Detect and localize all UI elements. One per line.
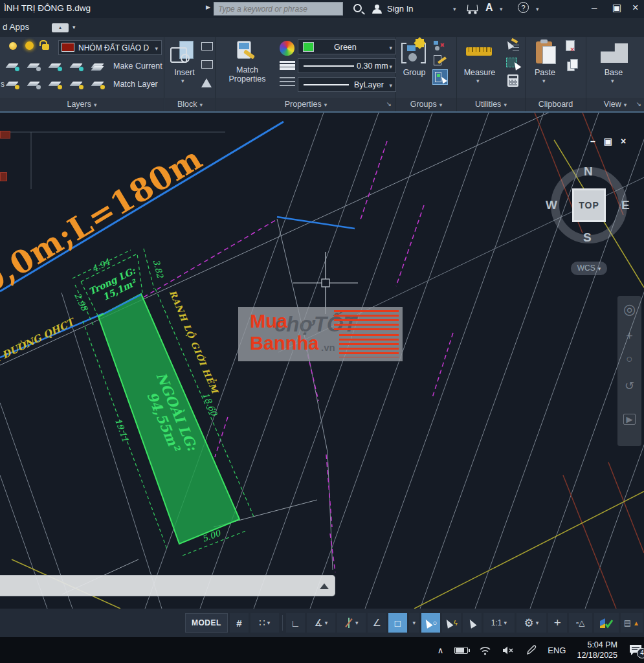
pan-icon[interactable]: + <box>617 330 641 343</box>
lineweight-dropdown-icon[interactable]: ▾ <box>389 63 392 70</box>
object-snap-tracking-toggle[interactable]: ∠ <box>368 613 386 633</box>
cut-icon[interactable]: × <box>566 40 579 53</box>
command-history-toggle-icon[interactable] <box>320 583 329 589</box>
viewcube-south[interactable]: S <box>583 230 592 245</box>
block-attributes-icon[interactable] <box>201 78 212 87</box>
layer-unlock-icon[interactable] <box>42 44 49 50</box>
match-properties-icon[interactable] <box>237 41 256 63</box>
drawing-canvas[interactable]: 4.94 3.82 2.98 19.11 18.60 5.00 Trong LG… <box>0 111 644 609</box>
apps-dropdown-icon[interactable]: ▾ <box>500 6 503 12</box>
view-dialog-launcher-icon[interactable]: ↘ <box>636 98 641 111</box>
select-all-icon[interactable] <box>506 58 520 69</box>
sign-in-dropdown-icon[interactable]: ▾ <box>453 6 456 12</box>
insert-button[interactable]: Insert <box>166 68 203 77</box>
measure-dropdown-icon[interactable]: ▾ <box>476 78 480 84</box>
search-input[interactable] <box>214 2 343 16</box>
store-cart-icon[interactable] <box>467 5 478 11</box>
layer-freeze2-icon[interactable] <box>49 62 61 71</box>
layers-panel-label[interactable]: Layers▾ <box>0 98 164 111</box>
group-selection-toggle-icon[interactable] <box>432 69 448 85</box>
navigation-bar[interactable]: ◎ + ○ ↺ ▶ <box>617 296 641 446</box>
orbit-icon[interactable]: ↺ <box>617 379 641 393</box>
insert-block-icon[interactable] <box>170 41 196 67</box>
copy-icon[interactable] <box>567 59 580 72</box>
quick-select-icon[interactable] <box>506 39 519 51</box>
linetype-dropdown[interactable]: ByLayer ▾ <box>298 77 396 92</box>
ribbon-collapse-button[interactable]: ▴ <box>52 23 69 32</box>
layer-dropdown-icon[interactable]: ▾ <box>155 45 158 52</box>
make-current-icon[interactable] <box>92 62 104 71</box>
match-properties-button[interactable]: Match Properties <box>221 65 273 84</box>
layer-on-icon[interactable] <box>9 42 17 50</box>
volume-muted-icon[interactable] <box>502 646 515 655</box>
view-panel-label[interactable]: View▾ ↘ <box>586 98 644 111</box>
battery-icon[interactable] <box>454 647 468 654</box>
layer-dropdown[interactable]: NHÓM ĐẤT GIÁO D ▾ <box>58 40 162 55</box>
viewcube-top-face[interactable]: TOP <box>572 188 606 222</box>
viewcube-north[interactable]: N <box>584 164 593 179</box>
group-button[interactable]: Group <box>397 68 431 77</box>
isometric-drafting-toggle[interactable]: ▾ <box>337 613 366 633</box>
match-layer-icon[interactable] <box>92 80 104 89</box>
block-panel-label[interactable]: Block▾ <box>165 98 215 111</box>
window-minimize-button[interactable]: – <box>592 2 597 13</box>
model-tab[interactable]: MODEL <box>185 613 228 633</box>
layer-walk-icon[interactable] <box>6 80 19 89</box>
object-snap-dropdown[interactable]: ▾ <box>409 613 419 633</box>
grid-toggle[interactable]: # <box>230 613 249 633</box>
properties-panel-label[interactable]: Properties▾ ↘ <box>216 98 395 111</box>
viewcube-west[interactable]: W <box>546 198 557 212</box>
annotation-monitor-button[interactable]: ▤▲ <box>621 613 643 633</box>
measure-button[interactable]: Measure <box>458 68 501 77</box>
viewcube-east[interactable]: E <box>621 198 630 212</box>
workspace-switching-button[interactable]: ⚙▾ <box>516 613 546 633</box>
wifi-icon[interactable] <box>479 646 491 655</box>
insert-dropdown-icon[interactable]: ▾ <box>181 78 184 84</box>
clock[interactable]: 5:04 PM 12/18/2025 <box>577 640 617 661</box>
show-motion-icon[interactable]: ▶ <box>623 414 636 425</box>
ribbon-collapse-dropdown-icon[interactable]: ▾ <box>72 24 76 30</box>
selection-cycling-toggle[interactable]: ▫△ <box>569 613 592 633</box>
color-dropdown-icon[interactable]: ▾ <box>389 45 392 51</box>
create-block-icon[interactable] <box>201 42 213 51</box>
isolate-objects-button[interactable]: + <box>548 613 567 633</box>
viewport-minimize-button[interactable]: – <box>590 136 595 146</box>
lineweight-display-toggle[interactable] <box>463 613 482 633</box>
snap-toggle[interactable]: ∷▾ <box>250 613 279 633</box>
measure-icon[interactable] <box>466 47 492 56</box>
object-snap-toggle[interactable]: □ <box>388 613 407 633</box>
paste-dropdown-icon[interactable]: ▾ <box>542 78 546 84</box>
base-dropdown-icon[interactable]: ▾ <box>611 78 614 84</box>
layer-thaw-icon[interactable] <box>25 41 34 50</box>
ortho-toggle[interactable]: ∟ <box>286 613 305 633</box>
group-icon[interactable] <box>401 40 426 66</box>
viewport-restore-button[interactable]: ▣ <box>604 136 612 146</box>
zoom-icon[interactable]: ○ <box>617 353 641 366</box>
help-dropdown-icon[interactable]: ▾ <box>536 6 539 12</box>
search-icon[interactable] <box>353 4 362 12</box>
command-line-bar[interactable] <box>0 575 335 596</box>
wcs-menu[interactable]: WCS▾ <box>571 262 607 275</box>
window-restore-button[interactable]: ▣ <box>612 2 621 14</box>
user-icon[interactable] <box>372 5 381 14</box>
search-flyout-icon[interactable]: ▶ <box>206 4 210 10</box>
taskbar-chevron-icon[interactable]: ∧ <box>438 646 444 655</box>
language-indicator[interactable]: ENG <box>548 646 566 655</box>
autodesk-logo-icon[interactable]: A <box>485 2 493 14</box>
edit-block-icon[interactable] <box>201 60 213 69</box>
ungroup-icon[interactable] <box>434 41 445 50</box>
match-layer-button[interactable]: Match Layer <box>113 80 158 89</box>
tab-featured-apps[interactable]: d Apps <box>3 22 29 32</box>
group-edit-icon[interactable] <box>434 55 445 65</box>
snap-cursor-toggle[interactable]: ○ <box>421 613 440 633</box>
layer-onoff-icon[interactable] <box>49 80 61 89</box>
quick-calculator-icon[interactable] <box>507 74 518 87</box>
base-button[interactable]: Base <box>597 68 630 77</box>
color-dropdown[interactable]: Green ▾ <box>298 39 396 54</box>
window-close-button[interactable]: × <box>632 2 638 14</box>
sign-in-button[interactable]: Sign In <box>387 4 413 14</box>
layer-freeze-icon[interactable] <box>6 62 19 71</box>
help-icon[interactable]: ? <box>518 2 529 13</box>
viewport-close-button[interactable]: × <box>621 136 626 146</box>
graphics-performance-button[interactable] <box>594 613 619 633</box>
